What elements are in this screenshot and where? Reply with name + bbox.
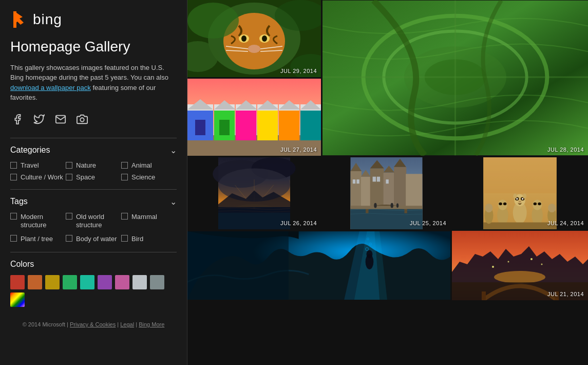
city-sunset-date: JUL 21, 2014 (547, 291, 584, 297)
color-multi[interactable] (10, 293, 25, 307)
plant-checkbox[interactable] (10, 235, 17, 242)
water-checkbox[interactable] (66, 235, 72, 242)
animal-label: Animal (131, 161, 152, 169)
category-nature[interactable]: Nature (66, 161, 121, 169)
color-green[interactable] (63, 275, 77, 289)
color-red[interactable] (10, 275, 25, 289)
camera-icon[interactable] (75, 112, 89, 126)
svg-point-120 (530, 258, 533, 260)
svg-point-98 (538, 203, 541, 205)
meerkats-image[interactable]: JUL 24, 2014 (452, 157, 588, 229)
facebook-icon[interactable] (10, 112, 25, 126)
description: This gallery showcases images featured o… (10, 63, 177, 103)
tags-title: Tags (10, 197, 28, 206)
sunset-sky-date: JUL 26, 2014 (280, 220, 317, 226)
privacy-link[interactable]: Privacy & Cookies (70, 321, 116, 327)
color-purple[interactable] (98, 275, 112, 289)
twitter-icon[interactable] (32, 112, 46, 126)
category-space[interactable]: Space (66, 173, 121, 181)
svg-point-2 (80, 118, 84, 121)
tag-mammal[interactable]: Mammal (121, 213, 177, 230)
mammal-checkbox[interactable] (121, 213, 128, 220)
svg-point-89 (513, 194, 517, 199)
svg-rect-29 (279, 110, 299, 140)
email-icon[interactable] (53, 112, 68, 126)
category-travel[interactable]: Travel (10, 161, 66, 169)
svg-point-88 (519, 201, 521, 203)
page-title: Homepage Gallery (10, 38, 177, 56)
categories-grid: Travel Nature Animal Culture / Work Spac… (10, 161, 177, 181)
color-pink[interactable] (115, 275, 129, 289)
svg-point-77 (374, 203, 376, 208)
svg-rect-25 (236, 110, 256, 140)
plant-label: Plant / tree (21, 235, 53, 244)
underwater-image[interactable] (187, 231, 450, 300)
color-orange[interactable] (28, 275, 42, 289)
svg-point-101 (485, 204, 492, 212)
category-science[interactable]: Science (121, 173, 177, 181)
modern-checkbox[interactable] (10, 213, 17, 220)
oldworld-checkbox[interactable] (66, 213, 72, 220)
meerkats-date: JUL 24, 2014 (547, 220, 584, 226)
svg-rect-111 (187, 231, 289, 300)
categories-chevron: ⌄ (170, 145, 177, 155)
category-animal[interactable]: Animal (121, 161, 177, 169)
tag-water[interactable]: Body of water (66, 235, 121, 244)
travel-label: Travel (21, 161, 39, 169)
tiger-date: JUL 29, 2014 (280, 68, 317, 74)
canal-image[interactable]: JUL 25, 2014 (323, 157, 450, 229)
color-yellow[interactable] (45, 275, 60, 289)
svg-point-92 (498, 199, 507, 210)
bird-checkbox[interactable] (121, 235, 128, 242)
svg-point-116 (494, 271, 545, 283)
science-label: Science (131, 173, 155, 181)
tag-bird[interactable]: Bird (121, 235, 177, 244)
color-light-gray[interactable] (132, 275, 147, 289)
category-culture[interactable]: Culture / Work (10, 173, 66, 181)
sunset-sky-image[interactable]: JUL 26, 2014 (187, 157, 321, 229)
svg-rect-68 (356, 179, 359, 184)
svg-point-97 (534, 203, 537, 205)
bing-logo: bing (10, 10, 177, 29)
gallery: JUL 29, 2014 (187, 0, 588, 365)
svg-rect-58 (370, 169, 384, 210)
color-teal[interactable] (80, 275, 94, 289)
svg-rect-81 (483, 157, 557, 193)
svg-point-86 (516, 198, 518, 199)
svg-point-93 (499, 203, 502, 205)
tags-header[interactable]: Tags ⌄ (10, 189, 177, 213)
colors-grid (10, 275, 177, 307)
tag-modern-structure[interactable]: Modern structure (10, 213, 66, 230)
animal-checkbox[interactable] (121, 162, 128, 169)
wallpaper-pack-link[interactable]: download a wallpaper pack (10, 84, 91, 92)
culture-checkbox[interactable] (10, 174, 17, 180)
oldworld-label: Old world structure (76, 213, 121, 230)
culture-label: Culture / Work (21, 173, 63, 181)
svg-point-9 (262, 35, 267, 42)
svg-rect-61 (406, 174, 422, 210)
bing-more-link[interactable]: Bing More (139, 321, 164, 327)
svg-rect-71 (386, 179, 388, 184)
svg-rect-1 (13, 11, 16, 28)
tag-old-world[interactable]: Old world structure (66, 213, 121, 230)
svg-point-79 (396, 203, 399, 208)
svg-point-94 (503, 203, 506, 205)
nature-checkbox[interactable] (66, 162, 72, 169)
travel-checkbox[interactable] (10, 162, 17, 169)
tag-plant[interactable]: Plant / tree (10, 235, 66, 244)
svg-rect-40 (219, 120, 230, 135)
color-gray[interactable] (150, 275, 164, 289)
science-checkbox[interactable] (121, 174, 128, 180)
svg-point-87 (522, 198, 523, 199)
legal-link[interactable]: Legal (120, 321, 134, 327)
beach-huts-image[interactable]: JUL 27, 2014 (187, 79, 321, 156)
svg-rect-56 (351, 171, 362, 210)
space-checkbox[interactable] (66, 174, 72, 180)
city-sunset-image[interactable]: JUL 21, 2014 (452, 231, 588, 300)
tiger-image[interactable]: JUL 29, 2014 (187, 0, 321, 77)
aerial-image[interactable]: JUL 28, 2014 (323, 0, 588, 156)
categories-header[interactable]: Categories ⌄ (10, 138, 177, 161)
description-text-1: This gallery showcases images featured o… (10, 64, 168, 82)
bing-logo-text: bing (33, 11, 62, 28)
svg-point-119 (508, 261, 509, 263)
